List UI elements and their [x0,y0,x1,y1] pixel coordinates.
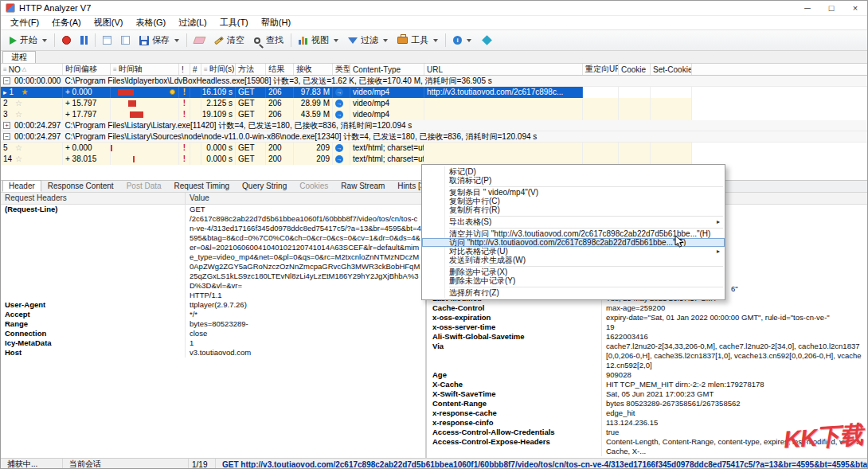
split-view-button[interactable] [116,33,135,48]
request-header-row[interactable]: Hostv3.toutiaovod.com [1,348,425,358]
menubar-item[interactable]: 帮助(H) [255,15,297,30]
menubar-item[interactable]: 工具(T) [213,15,255,30]
grid-column-header[interactable]: 类型 [333,64,350,75]
response-header-row[interactable]: X-Swift-SaveTimeSat, 05 Jun 2021 17:00:2… [428,389,867,399]
context-menu-item[interactable]: 复制选中行(C) [422,197,725,205]
column-label: 方法 [238,64,254,75]
star-empty-icon[interactable]: ☆ [15,99,22,107]
menubar-item[interactable]: 过滤(L) [172,15,213,30]
menubar-item[interactable]: 文件(F) [4,15,45,30]
grid-column-header[interactable]: Cookie [619,64,651,75]
grid-column-header[interactable]: 结果 [266,64,294,75]
star-filled-icon[interactable]: ★ [22,88,29,96]
request-row[interactable]: 5☆+ 0.000!0.000 sGET200209→text/html; ch… [1,143,867,154]
view-button[interactable]: 视图 [294,31,343,49]
detail-tab[interactable]: Response Content [41,180,120,192]
find-button[interactable]: 查找 [249,31,288,49]
detail-tab[interactable]: Header [2,180,41,192]
detail-tab[interactable]: Request Timing [168,180,236,192]
cookie-cell [619,143,651,154]
response-header-row[interactable]: X-CacheHIT TCP_MEM_HIT dirn:-2:-2 mlen:1… [428,380,867,389]
erase-button[interactable] [190,33,209,47]
response-header-row[interactable]: Viacache7.l2nu20-2[34,33,206-0,M], cache… [428,342,867,370]
funnel-icon [348,37,358,44]
detail-tab[interactable]: Raw Stream [334,180,391,192]
grid-column-header[interactable]: ≡NO△ [1,64,63,75]
value-column-header[interactable]: Value [186,193,425,204]
context-menu-item[interactable]: 导出表格(S)▸ [422,217,725,226]
grid-column-header[interactable]: ! [179,64,190,75]
pause-button[interactable] [76,33,92,48]
detail-tab[interactable]: Post Data [120,180,168,192]
detail-tab[interactable]: Query String [236,180,293,192]
grid-column-header[interactable]: URL [424,64,583,75]
record-button[interactable] [57,33,76,48]
maximize-button[interactable]: □ [819,1,843,16]
header-value: HIT TCP_MEM_HIT dirn:-2:-2 mlen:17927817… [602,380,867,389]
request-header-row[interactable]: Accept*/* [1,310,425,319]
detail-tab[interactable]: Cookies [293,180,334,192]
collapse-icon[interactable]: − [3,77,10,84]
context-menu-item[interactable]: 标记(D) [422,167,725,176]
menubar-item[interactable]: 视图(V) [88,15,130,30]
save-button[interactable]: 保存 [135,31,184,49]
collapse-icon[interactable]: − [3,133,10,140]
tools-button[interactable]: 工具 [393,31,443,49]
response-header-row[interactable]: Ali-Swift-Global-Savetime1622003416 [428,332,867,342]
grid-column-header[interactable]: ≡时间(s) [201,64,236,75]
group-row[interactable]: +00:00:24.297C:\Program Files\Listary\Li… [1,120,867,131]
request-row[interactable]: 14☆+ 38.015!0.000 sGET200209→text/html; … [1,154,867,165]
star-empty-icon[interactable]: ☆ [15,154,22,163]
grid-column-header[interactable]: 接收 [294,64,333,75]
minimize-button[interactable]: ─ [796,1,819,16]
toolbar: 开始 保存 清空 查找 视图 过滤 工具 i [1,30,867,51]
response-header-row[interactable]: Age909028 [428,370,867,380]
grid-column-header[interactable]: 重定向URL [583,64,619,75]
request-header-row[interactable]: Connectionclose [1,329,425,338]
help-button[interactable] [476,33,498,47]
request-row[interactable]: 3☆+ 17.797!19.109 sGET20643.59 M→video/m… [1,109,867,120]
context-menu-item[interactable]: 复制所有行(R) [422,205,725,214]
context-menu-item[interactable]: 发送到请求生成器(W) [422,256,725,264]
request-row[interactable]: ▸1★+ 0.000!16.109 sGET20697.83 M→video/m… [1,87,867,98]
grid-column-header[interactable]: # [190,64,201,75]
group-row[interactable]: −00:00:00.000C:\Program Files\ldplayerbo… [1,76,867,87]
request-row[interactable]: 2☆+ 15.797!2.125 sGET20628.99 M→video/mp… [1,98,867,109]
context-menu-item[interactable]: 选择所有行(Z) [422,288,725,297]
filter-button[interactable]: 过滤 [343,31,393,49]
menubar-item[interactable]: 任务(A) [45,15,88,30]
response-header-row[interactable]: x-oss-server-time19 [428,322,867,332]
menubar-item[interactable]: 表格(G) [129,15,172,30]
response-header-row[interactable]: x-response-cacheedge_hit [428,408,867,418]
request-header-row[interactable]: Icy-MetaData1 [1,338,425,348]
grid-column-header[interactable] [692,64,868,75]
menu-separator [449,228,723,229]
grid-view-button[interactable] [98,33,116,48]
grid-column-header[interactable]: 方法 [236,64,266,75]
close-button[interactable]: × [843,1,867,16]
context-menu-item[interactable]: 删除选中记录(X) [422,268,725,276]
group-row[interactable]: −00:00:24.297C:\Program Files\Listary\So… [1,131,867,143]
tab-process[interactable]: 进程 [2,51,36,63]
response-header-row[interactable]: Content-Rangebytes 80523289-267358561/26… [428,399,867,408]
clear-button[interactable]: 清空 [209,31,249,49]
grid-column-header[interactable]: ≡时间轴 [111,64,179,75]
context-menu-item[interactable]: 删除未选中记录(Y) [422,276,725,285]
response-header-row[interactable]: Cache-Controlmax-age=259200 [428,303,867,313]
info-button[interactable]: i [448,33,476,48]
grid-column-header[interactable]: 时间偏移 [63,64,111,75]
expand-icon[interactable]: + [3,122,10,129]
context-menu-item[interactable]: 取消标记(P) [422,176,725,185]
star-empty-icon[interactable]: ☆ [15,143,22,152]
request-headers-column-header[interactable]: Request Headers [1,193,186,204]
grid-column-header[interactable]: Content-Type [350,64,424,75]
request-header-row[interactable]: User-Agentttplayer(2.9.7.26) [1,300,425,310]
request-header-row[interactable]: Rangebytes=80523289- [1,319,425,329]
request-header-row[interactable]: (Request-Line)GET /2c617c898c2ab22d7d5b6… [1,205,425,300]
start-button[interactable]: 开始 [5,31,52,49]
grid-column-header[interactable]: Set-Cookie [651,64,692,75]
response-header-row[interactable]: x-oss-expirationexpiry-date="Sat, 01 Jan… [428,313,867,322]
context-menu-item[interactable]: 复制条目 " video/mp4"(V) [422,188,725,197]
star-empty-icon[interactable]: ☆ [15,110,22,119]
download-icon: → [335,88,343,96]
